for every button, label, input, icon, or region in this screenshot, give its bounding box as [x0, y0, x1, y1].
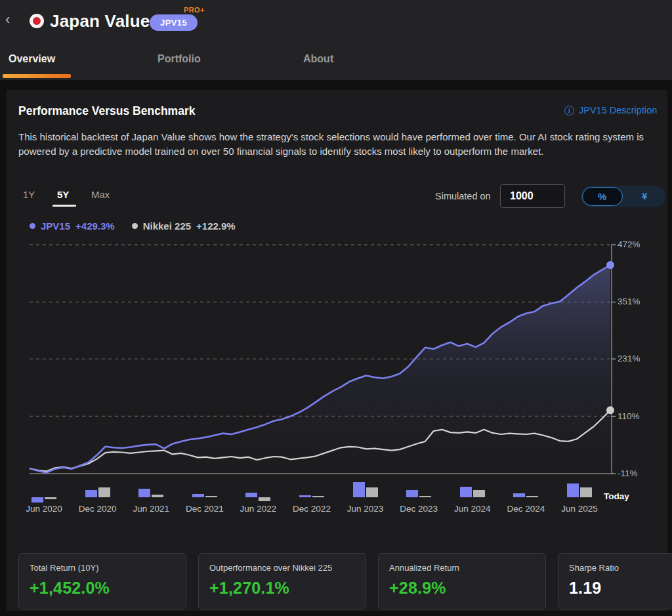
- x-axis-label: Dec 2020: [68, 504, 127, 514]
- stat-value: +28.9%: [389, 579, 535, 598]
- return-bar-nikkei: [98, 487, 110, 497]
- stat-label: Outperformance over Nikkei 225: [209, 563, 355, 573]
- legend-value: +429.3%: [75, 220, 115, 232]
- return-bar-nikkei: [152, 495, 163, 497]
- legend-name: JPV15: [41, 220, 70, 232]
- active-range-underline: [52, 205, 76, 207]
- return-bar-jpv15: [406, 490, 418, 497]
- section-heading: Performance Versus Benchmark: [18, 104, 195, 118]
- return-bar-nikkei: [419, 496, 431, 497]
- legend-item: JPV15+429.3%: [30, 220, 115, 232]
- x-axis-label: Jun 2020: [14, 504, 74, 514]
- y-axis-tick-label: 472%: [618, 239, 640, 249]
- x-axis-label: Jun 2022: [228, 504, 287, 514]
- return-bar-nikkei: [473, 490, 485, 497]
- range-button-5y[interactable]: 5Y: [57, 189, 69, 200]
- chart-legend: JPV15+429.3%Nikkei 225+122.9%: [30, 220, 236, 232]
- app-header: ‹ Japan Value JPV15 PRO+ OverviewPortfol…: [0, 0, 672, 80]
- x-axis-label: Jun 2025: [550, 504, 609, 514]
- strategy-description-link[interactable]: i JPV15 Description: [564, 105, 657, 115]
- return-bar-jpv15: [299, 495, 311, 497]
- return-bar-nikkei: [580, 487, 592, 497]
- section-description: This historical backtest of Japan Value …: [18, 130, 669, 158]
- y-axis-tick-label: 351%: [618, 297, 640, 306]
- return-bar-jpv15: [460, 487, 472, 497]
- back-icon[interactable]: ‹: [5, 12, 10, 27]
- x-axis-label: Dec 2024: [496, 504, 555, 514]
- page-title: Japan Value: [50, 11, 150, 31]
- japan-flag-icon: [30, 14, 44, 28]
- x-axis-label: Jun 2024: [443, 504, 502, 514]
- return-bar-jpv15: [245, 493, 257, 497]
- return-bar-nikkei: [526, 496, 538, 497]
- stat-card: Sharpe Ratio1.19: [558, 553, 672, 609]
- legend-value: +122.9%: [196, 220, 236, 232]
- stat-value: +1,452.0%: [30, 579, 175, 598]
- return-bar-nikkei: [366, 487, 378, 497]
- legend-name: Nikkei 225: [143, 220, 191, 232]
- stat-card: Annualized Return+28.9%: [378, 553, 546, 609]
- currency-option-percent[interactable]: %: [582, 187, 623, 206]
- x-axis-label: Dec 2023: [389, 504, 448, 514]
- stat-label: Sharpe Ratio: [569, 563, 672, 573]
- y-axis-tick-label: -11%: [618, 468, 638, 478]
- return-bar-jpv15: [85, 490, 97, 497]
- legend-item: Nikkei 225+122.9%: [132, 220, 236, 232]
- return-bar-jpv15: [192, 494, 204, 497]
- legend-dot-icon: [132, 223, 138, 229]
- tab-portfolio[interactable]: Portfolio: [158, 53, 201, 65]
- tab-about[interactable]: About: [303, 53, 333, 65]
- tab-overview[interactable]: Overview: [9, 53, 55, 65]
- stat-card: Total Return (10Y)+1,452.0%: [18, 553, 186, 609]
- return-bar-jpv15: [513, 493, 525, 497]
- legend-dot-icon: [30, 223, 35, 229]
- stat-card: Outperformance over Nikkei 225+1,270.1%: [198, 553, 366, 609]
- x-axis-label: Jun 2023: [336, 504, 395, 514]
- app-window: ‹ Japan Value JPV15 PRO+ OverviewPortfol…: [0, 0, 672, 616]
- y-axis-tick-label: 231%: [618, 354, 640, 363]
- stat-label: Total Return (10Y): [30, 563, 175, 573]
- return-bar-nikkei: [259, 497, 270, 501]
- performance-chart[interactable]: [30, 245, 620, 474]
- return-bar-nikkei: [312, 496, 324, 497]
- return-bar-jpv15: [138, 489, 150, 497]
- today-label: Today: [604, 491, 629, 501]
- return-bar-nikkei: [45, 497, 56, 499]
- currency-option-yen[interactable]: ¥: [625, 187, 665, 206]
- return-bar-nikkei: [205, 496, 217, 497]
- simulated-amount-input[interactable]: [500, 184, 565, 208]
- stat-value: 1.19: [569, 579, 672, 598]
- range-button-1y[interactable]: 1Y: [23, 189, 35, 200]
- y-axis-tick-label: 110%: [618, 411, 640, 421]
- active-tab-underline: [3, 74, 71, 78]
- return-bar-jpv15: [353, 482, 365, 497]
- return-bar-jpv15: [567, 483, 579, 497]
- return-bar-jpv15: [32, 497, 43, 503]
- description-link-label: JPV15 Description: [579, 105, 657, 115]
- pro-plus-tag: PRO+: [184, 6, 205, 14]
- x-axis-label: Jun 2021: [121, 504, 180, 514]
- simulated-on-label: Simulated on: [435, 191, 491, 201]
- x-axis-label: Dec 2022: [282, 504, 341, 514]
- x-axis-label: Dec 2021: [175, 504, 234, 514]
- strategy-ticker-badge: JPV15: [150, 14, 198, 31]
- currency-unit-toggle: %¥: [581, 186, 665, 207]
- range-button-max[interactable]: Max: [91, 189, 110, 200]
- info-icon: i: [564, 106, 574, 115]
- stat-label: Annualized Return: [389, 563, 535, 573]
- stat-value: +1,270.1%: [209, 579, 355, 598]
